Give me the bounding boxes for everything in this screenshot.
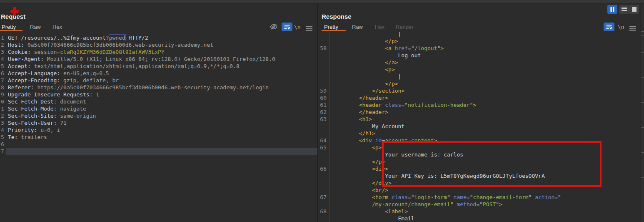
code-line: </p> [318, 80, 641, 87]
code-line: 4Priority: u=0, i [0, 126, 317, 134]
code-line: 5Accept: text/html,application/xhtml+xml… [0, 63, 317, 70]
code-line: </p> [318, 38, 641, 45]
code-line: /my-account/change-email" method="POST"> [318, 201, 641, 208]
code-line: 3Cookie: session=ctaRgIKZYM36dDZDeO8l9Ia… [0, 48, 317, 56]
line-number: 5 [0, 134, 6, 141]
line-number [318, 158, 329, 165]
line-number [318, 59, 329, 66]
line-number: 5 [0, 63, 6, 70]
line-number [318, 151, 329, 158]
request-tab-raw[interactable]: Raw [30, 24, 41, 30]
line-number: 0 [0, 98, 6, 105]
line-number: 9 [0, 91, 6, 98]
response-panel-title: Response [322, 13, 352, 20]
line-number: 61 [318, 101, 329, 108]
line-number [318, 52, 329, 59]
response-tab-raw[interactable]: Raw [352, 24, 363, 30]
code-line: </a> [318, 59, 641, 66]
line-number: 2 [0, 41, 6, 48]
request-panel: Request Pretty Raw Hex \n 1GET /resource… [0, 4, 317, 222]
line-number [318, 130, 329, 137]
line-number: 63 [318, 116, 329, 123]
word-wrap-icon[interactable] [282, 23, 292, 31]
newline-chars-icon[interactable]: \n [294, 24, 301, 30]
menu-icon[interactable] [306, 25, 312, 33]
code-line: <p> [318, 66, 641, 73]
request-tab-hex[interactable]: Hex [52, 24, 62, 30]
line-number [318, 73, 329, 80]
line-number [318, 215, 329, 222]
line-number [318, 38, 329, 45]
code-line: 8Referer: https://0a5c00f7034666c985bcf3… [0, 84, 317, 91]
code-line: 6 [0, 141, 317, 148]
newline-chars-icon[interactable]: \n [618, 24, 624, 30]
line-number: 2 [0, 112, 6, 119]
code-line: 68 <label> [318, 208, 641, 215]
line-number: 7 [0, 77, 6, 84]
line-number [318, 80, 329, 87]
code-line: 59 </section> [318, 87, 641, 94]
top-strip [0, 0, 644, 3]
code-line: 9Upgrade-Insecure-Requests: 1 [0, 91, 317, 98]
code-line: 61 <header class="notification-header"> [318, 101, 641, 108]
code-line: | [318, 73, 641, 80]
line-number [318, 187, 329, 194]
code-line: | [318, 30, 641, 38]
line-number [318, 201, 329, 208]
code-line: 62 </header> [318, 108, 641, 116]
request-tab-pretty[interactable]: Pretty [2, 24, 16, 30]
annotation-plus-marker [10, 7, 19, 16]
line-number: 58 [318, 45, 329, 52]
response-tab-hex[interactable]: Hex [375, 24, 384, 30]
line-number: 64 [318, 137, 329, 144]
line-number: 62 [318, 108, 329, 116]
code-line: </h1> [318, 130, 641, 137]
active-tab-underline [0, 30, 22, 31]
line-number: 6 [0, 70, 6, 77]
code-line: 7Accept-Encoding: gzip, deflate, br [0, 77, 317, 84]
code-line: <br/> [318, 187, 641, 194]
line-number: 67 [318, 194, 329, 201]
response-editor[interactable]: | </p>58 <a href="/logout"> Log out </a>… [318, 30, 641, 222]
line-number: 4 [0, 56, 6, 63]
line-number: 1 [0, 34, 6, 41]
code-line: 0Sec-Fetch-Dest: document [0, 98, 317, 105]
line-number: 3 [0, 119, 6, 126]
line-number: 4 [0, 126, 6, 134]
code-line: My Account [318, 123, 641, 130]
line-number: 8 [0, 84, 6, 91]
line-number: 3 [0, 48, 6, 56]
code-line: 67 <form class="login-form" name="change… [318, 194, 641, 201]
code-line: 5Te: trailers [0, 134, 317, 141]
code-line: 6Accept-Language: en-US,en;q=0.5 [0, 70, 317, 77]
code-line: 1GET /resources/..%2fmy-account?pwned HT… [0, 34, 317, 41]
line-number: 66 [318, 165, 329, 172]
code-line: 4User-Agent: Mozilla/5.0 (X11; Linux x86… [0, 56, 317, 63]
code-line: 60 </header> [318, 94, 641, 101]
line-number: 1 [0, 105, 6, 112]
line-number [318, 172, 329, 179]
line-number: 60 [318, 94, 329, 101]
pause-button[interactable] [607, 5, 617, 14]
line-number: 59 [318, 87, 329, 94]
stacked-layout-button[interactable] [619, 5, 629, 14]
line-number: 68 [318, 208, 329, 215]
word-wrap-icon[interactable] [604, 23, 614, 31]
code-line: 1Sec-Fetch-Mode: navigate [0, 105, 317, 112]
annotation-box [382, 141, 602, 187]
line-number [318, 123, 329, 130]
single-view-button[interactable] [629, 5, 639, 14]
inspector-edge[interactable] [641, 4, 644, 222]
response-tab-pretty[interactable]: Pretty [324, 24, 338, 30]
line-number: 6 [0, 141, 6, 148]
code-line: 63 <h1> [318, 116, 641, 123]
line-number [318, 179, 329, 187]
response-panel: Response Pretty Raw Hex Render \n | </p>… [318, 4, 641, 222]
hide-matching-icon[interactable] [270, 23, 278, 32]
code-line: 3Sec-Fetch-User: ?1 [0, 119, 317, 126]
code-line: 7 [0, 148, 317, 155]
code-line: Email [318, 215, 641, 222]
code-line: Log out [318, 52, 641, 59]
request-editor[interactable]: 1GET /resources/..%2fmy-account?pwned HT… [0, 34, 317, 155]
response-tab-render[interactable]: Render [396, 24, 414, 30]
